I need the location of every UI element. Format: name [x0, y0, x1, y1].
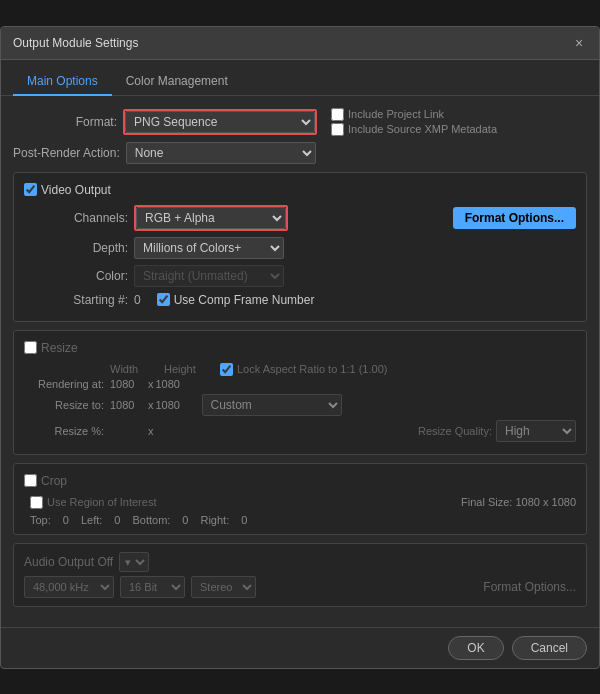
x-sep-2: x	[148, 399, 154, 411]
tab-color-management[interactable]: Color Management	[112, 68, 242, 96]
audio-enabled-select[interactable]: ▾	[119, 552, 149, 572]
crop-section: Crop Use Region of Interest Final Size: …	[13, 463, 587, 535]
channels-label: Channels:	[24, 211, 134, 225]
resize-section: Resize Width Height Lock Aspect Ratio to…	[13, 330, 587, 455]
use-comp-frame-label: Use Comp Frame Number	[157, 293, 315, 307]
video-output-header: Video Output	[24, 183, 576, 197]
quality-select[interactable]: High	[496, 420, 576, 442]
resize-pct-row: Resize %: x Resize Quality: High	[24, 420, 576, 442]
post-render-label: Post-Render Action:	[13, 146, 126, 160]
audio-options-row: 48,000 kHz 16 Bit Stereo Format Options.…	[24, 572, 576, 598]
rendering-h: 1080	[156, 378, 192, 390]
bottom-label: Bottom:	[132, 514, 170, 526]
starting-row: Starting #: 0 Use Comp Frame Number	[24, 293, 576, 307]
rendering-at-row: Rendering at: 1080 x 1080	[24, 378, 576, 390]
wh-labels-row: Width Height Lock Aspect Ratio to 1:1 (1…	[24, 363, 576, 376]
audio-title-row: Audio Output Off ▾	[24, 552, 576, 572]
starting-value: 0	[134, 293, 141, 307]
sample-rate-select[interactable]: 48,000 kHz	[24, 576, 114, 598]
resize-checkbox[interactable]	[24, 341, 37, 354]
format-select[interactable]: PNG Sequence	[125, 111, 315, 133]
footer: OK Cancel	[1, 627, 599, 668]
format-options-button[interactable]: Format Options...	[453, 207, 576, 229]
audio-format-options[interactable]: Format Options...	[483, 580, 576, 594]
x-sep-1: x	[148, 378, 154, 390]
crop-header: Crop	[24, 474, 576, 488]
main-content: Format: PNG Sequence Include Project Lin…	[1, 96, 599, 627]
top-options: Format: PNG Sequence Include Project Lin…	[13, 108, 587, 164]
final-size-text: Final Size: 1080 x 1080	[461, 496, 576, 508]
checkboxes-group: Include Project Link Include Source XMP …	[331, 108, 497, 136]
bit-depth-select[interactable]: 16 Bit	[120, 576, 185, 598]
channels-select[interactable]: RGB + Alpha	[136, 207, 286, 229]
post-render-row: Post-Render Action: None	[13, 142, 587, 164]
use-comp-frame-checkbox[interactable]	[157, 293, 170, 306]
title-bar: Output Module Settings ×	[1, 27, 599, 60]
top-val: 0	[63, 514, 69, 526]
bottom-val: 0	[182, 514, 188, 526]
cancel-button[interactable]: Cancel	[512, 636, 587, 660]
crop-title: Crop	[41, 474, 67, 488]
format-row: Format: PNG Sequence Include Project Lin…	[13, 108, 587, 136]
resize-to-h: 1080	[156, 399, 192, 411]
channels-select-wrapper: RGB + Alpha	[134, 205, 288, 231]
right-label: Right:	[200, 514, 229, 526]
color-select[interactable]: Straight (Unmatted)	[134, 265, 284, 287]
use-roi-label: Use Region of Interest	[30, 496, 156, 509]
include-project-link-label: Include Project Link	[331, 108, 497, 121]
resize-pct-label: Resize %:	[30, 425, 110, 437]
output-module-settings-window: Output Module Settings × Main Options Co…	[0, 26, 600, 669]
crop-options-row: Use Region of Interest Final Size: 1080 …	[24, 496, 576, 509]
height-label: Height	[164, 363, 200, 375]
custom-select[interactable]: Custom	[202, 394, 342, 416]
tab-main-options[interactable]: Main Options	[13, 68, 112, 96]
starting-label: Starting #:	[24, 293, 134, 307]
post-render-select[interactable]: None	[126, 142, 316, 164]
include-source-xmp-label: Include Source XMP Metadata	[331, 123, 497, 136]
video-output-checkbox[interactable]	[24, 183, 37, 196]
rendering-label: Rendering at:	[30, 378, 110, 390]
rendering-w: 1080	[110, 378, 146, 390]
resize-header: Resize	[24, 341, 576, 355]
quality-label: Resize Quality:	[418, 425, 496, 437]
audio-channels-select[interactable]: Stereo	[191, 576, 256, 598]
audio-title: Audio Output Off	[24, 555, 113, 569]
format-label: Format:	[13, 115, 123, 129]
use-roi-checkbox[interactable]	[30, 496, 43, 509]
right-val: 0	[241, 514, 247, 526]
width-label: Width	[110, 363, 146, 375]
resize-to-w: 1080	[110, 399, 146, 411]
crop-checkbox[interactable]	[24, 474, 37, 487]
top-label: Top:	[30, 514, 51, 526]
depth-row: Depth: Millions of Colors+	[24, 237, 576, 259]
color-label: Color:	[24, 269, 134, 283]
color-row: Color: Straight (Unmatted)	[24, 265, 576, 287]
video-output-title: Video Output	[41, 183, 111, 197]
ok-button[interactable]: OK	[448, 636, 503, 660]
depth-label: Depth:	[24, 241, 134, 255]
include-source-xmp-checkbox[interactable]	[331, 123, 344, 136]
x-sep-3: x	[148, 425, 154, 437]
resize-to-row: Resize to: 1080 x 1080 Custom	[24, 394, 576, 416]
resize-title: Resize	[41, 341, 78, 355]
left-val: 0	[114, 514, 120, 526]
format-select-wrapper: PNG Sequence	[123, 109, 317, 135]
close-button[interactable]: ×	[571, 35, 587, 51]
left-label: Left:	[81, 514, 102, 526]
audio-section: Audio Output Off ▾ 48,000 kHz 16 Bit Ste…	[13, 543, 587, 607]
lock-aspect-checkbox[interactable]	[220, 363, 233, 376]
channels-row: Channels: RGB + Alpha Format Options...	[24, 205, 576, 231]
window-title: Output Module Settings	[13, 36, 138, 50]
include-project-link-checkbox[interactable]	[331, 108, 344, 121]
lock-aspect-label: Lock Aspect Ratio to 1:1 (1.00)	[220, 363, 387, 376]
resize-to-label: Resize to:	[30, 399, 110, 411]
crop-values-row: Top: 0 Left: 0 Bottom: 0 Right: 0	[24, 514, 576, 526]
tabs-container: Main Options Color Management	[1, 60, 599, 96]
depth-select[interactable]: Millions of Colors+	[134, 237, 284, 259]
video-output-section: Video Output Channels: RGB + Alpha Forma…	[13, 172, 587, 322]
